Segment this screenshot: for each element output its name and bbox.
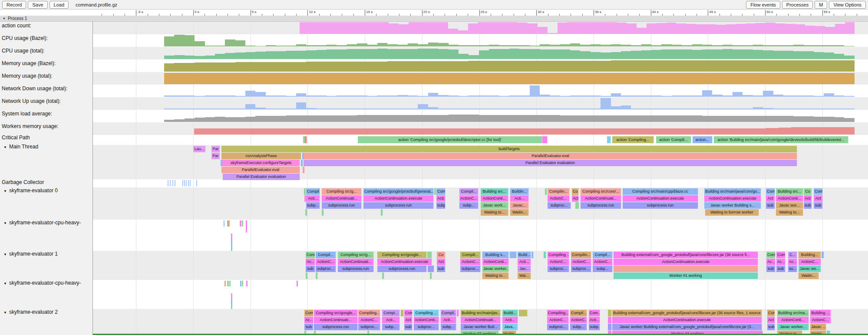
skyframe-evaluator-0-slice[interactable]: Acti... xyxy=(306,195,320,202)
micro-slice[interactable] xyxy=(246,220,247,233)
skyframe-evaluator-2-slice[interactable]: ActionC... xyxy=(570,317,587,323)
slice-sliver[interactable] xyxy=(608,310,612,316)
skyframe-evaluator-0-slice[interactable]: sub xyxy=(804,202,812,209)
skyframe-evaluator-1-slice[interactable]: subproc... xyxy=(571,266,591,272)
skyframe-evaluator-2-slice[interactable]: Javac worker Buil... xyxy=(461,324,501,330)
track-label-skyframe-evaluator-cpu-heavy[interactable]: ▼skyframe-evaluator-cpu-heavy- xyxy=(2,220,81,226)
skyframe-evaluator-2-slice[interactable]: subp... xyxy=(382,324,400,330)
skyframe-evaluator-1-slice[interactable]: Com xyxy=(776,252,785,258)
skyframe-evaluator-0-slice[interactable]: Act xyxy=(766,195,775,202)
skyframe-evaluator-2-slice[interactable]: Buildi... xyxy=(502,310,518,316)
critical-path-slice[interactable]: action... xyxy=(693,136,713,143)
skyframe-evaluator-1-slice[interactable]: ActionC... xyxy=(571,259,591,265)
skyframe-evaluator-1-slice[interactable]: Waitin... xyxy=(799,273,819,279)
slice-sliver[interactable] xyxy=(382,273,384,279)
skyframe-evaluator-2-slice[interactable]: Building ... xyxy=(810,310,831,316)
micro-slice[interactable] xyxy=(231,239,232,245)
skyframe-evaluator-2-slice[interactable]: sub xyxy=(304,324,314,330)
gc-event-tick[interactable] xyxy=(196,180,197,186)
slice-sliver[interactable] xyxy=(427,252,432,258)
skyframe-evaluator-1-slice[interactable]: Compil... xyxy=(593,252,613,258)
track-label-skyframe-evaluator-0[interactable]: ▼skyframe-evaluator 0 xyxy=(2,187,58,194)
skyframe-evaluator-2-slice[interactable]: Compil... xyxy=(570,310,587,316)
skyframe-evaluator-2-slice[interactable]: ActionContinuati... xyxy=(314,317,358,323)
skyframe-evaluator-1-slice[interactable]: Compili... xyxy=(460,252,481,258)
slice-sliver[interactable] xyxy=(457,310,459,316)
gc-event-tick[interactable] xyxy=(182,180,183,186)
track-label-skyframe-evaluator-2[interactable]: ▼skyframe-evaluator 2 xyxy=(2,309,58,315)
skyframe-evaluator-2-slice[interactable]: Acti... xyxy=(589,317,600,323)
skyframe-evaluator-2-slice[interactable]: subp... xyxy=(441,324,456,330)
skyframe-evaluator-1-slice[interactable]: ActionC... xyxy=(593,259,613,265)
slice-sliver[interactable] xyxy=(608,324,612,330)
skyframe-evaluator-0-slice[interactable]: Act xyxy=(804,195,812,202)
skyframe-evaluator-2-slice[interactable]: subproc... xyxy=(414,324,439,330)
skyframe-evaluator-1-slice[interactable]: Ac... xyxy=(776,259,785,265)
skyframe-evaluator-1-slice[interactable]: Building... xyxy=(799,252,821,258)
m-button[interactable]: M xyxy=(815,1,827,9)
process-header[interactable]: ▼ Process 1 xyxy=(0,16,868,22)
slice-sliver[interactable] xyxy=(322,209,324,216)
skyframe-evaluator-1-slice[interactable]: sub xyxy=(437,266,446,272)
micro-slice[interactable] xyxy=(240,281,241,286)
micro-slice[interactable] xyxy=(231,233,232,239)
skyframe-evaluator-1-slice[interactable]: subproc... xyxy=(460,266,481,272)
micro-slice[interactable] xyxy=(227,220,230,227)
skyframe-evaluator-1-slice[interactable]: sub xyxy=(776,266,785,272)
skyframe-evaluator-1-slice[interactable]: Co xyxy=(437,252,446,258)
skyframe-evaluator-2-slice[interactable]: Act xyxy=(767,317,775,323)
skyframe-evaluator-1-slice[interactable]: ActionContinuation.execute xyxy=(377,259,432,265)
gc-event-tick[interactable] xyxy=(175,180,175,186)
skyframe-evaluator-2-slice[interactable]: subp... xyxy=(570,324,587,330)
slice-sliver[interactable] xyxy=(608,317,612,323)
skyframe-evaluator-0-slice[interactable]: ActionContinuati... xyxy=(322,195,362,202)
skyframe-evaluator-2-slice[interactable]: subp... xyxy=(589,324,600,330)
skyframe-evaluator-0-slice[interactable]: Building src... xyxy=(481,188,508,195)
skyframe-evaluator-2-slice[interactable]: Compiling... xyxy=(358,310,380,316)
skyframe-evaluator-0-slice[interactable]: Buildin... xyxy=(510,188,529,195)
skyframe-evaluator-2-slice[interactable]: Acti... xyxy=(502,317,518,323)
skyframe-evaluator-0-slice[interactable]: subprocess.run xyxy=(322,202,362,209)
skyframe-evaluator-0-slice[interactable]: Compilin... xyxy=(548,188,570,195)
skyframe-evaluator-1-slice[interactable]: ActionC... xyxy=(316,259,336,265)
micro-slice[interactable] xyxy=(240,220,241,227)
skyframe-evaluator-1-slice[interactable]: subproc... xyxy=(548,266,569,272)
gc-event-tick[interactable] xyxy=(188,180,189,186)
skyframe-evaluator-0-slice[interactable]: Com xyxy=(814,188,823,195)
skyframe-evaluator-1-slice[interactable]: ActionC... xyxy=(799,259,821,265)
skyframe-evaluator-2-slice[interactable]: ActionC... xyxy=(358,317,380,323)
skyframe-evaluator-2-slice[interactable]: ActionContinuation.execute xyxy=(612,317,762,323)
track-label-main-thread[interactable]: ▼Main Thread xyxy=(2,144,38,150)
skyframe-evaluator-2-slice[interactable]: Compi... xyxy=(382,310,400,316)
skyframe-evaluator-1-slice[interactable]: subprocess.run xyxy=(338,266,374,272)
main-thread-slice[interactable]: Parallel Evaluator evaluation xyxy=(223,174,300,180)
micro-slice[interactable] xyxy=(231,304,232,309)
slice-sliver[interactable] xyxy=(428,266,434,272)
skyframe-evaluator-2-slice[interactable]: Acti... xyxy=(382,317,400,323)
skyframe-evaluator-0-slice[interactable]: Compiling src/main/cpp/blaze.cc xyxy=(623,188,698,195)
skyframe-evaluator-2-slice[interactable]: sub xyxy=(404,324,413,330)
skyframe-evaluator-1-slice[interactable]: Wai... xyxy=(518,273,531,279)
skyframe-evaluator-2-slice[interactable]: Com xyxy=(767,310,775,316)
skyframe-evaluator-1-slice[interactable]: ActionContinuati... xyxy=(338,259,374,265)
main-thread-slice[interactable]: Par xyxy=(211,153,220,159)
skyframe-evaluator-0-slice[interactable]: Javac worker Building s... xyxy=(704,202,761,209)
main-thread-slice[interactable]: Parallel Evaluator evaluation xyxy=(304,160,797,166)
skyframe-evaluator-0-slice[interactable]: Javac... xyxy=(510,202,529,209)
skyframe-evaluator-1-slice[interactable]: Building external/com_google_protobuf/ja… xyxy=(614,252,758,258)
micro-slice[interactable] xyxy=(229,281,231,286)
slice-sliver[interactable] xyxy=(607,136,611,143)
gc-event-tick[interactable] xyxy=(172,180,173,186)
skyframe-evaluator-0-slice[interactable]: subprocess.run xyxy=(581,202,621,209)
skyframe-evaluator-0-slice[interactable]: subprocess.run xyxy=(363,202,434,209)
skyframe-evaluator-1-slice[interactable]: Waiting to... xyxy=(482,273,509,279)
skyframe-evaluator-1-slice[interactable]: Build... xyxy=(518,252,531,258)
skyframe-evaluator-0-slice[interactable]: Building src/main/java/com/go... xyxy=(704,188,761,195)
skyframe-evaluator-2-slice[interactable]: Compil... xyxy=(441,310,456,316)
skyframe-evaluator-0-slice[interactable]: Act xyxy=(814,195,823,202)
skyframe-evaluator-0-slice[interactable]: Compiling src/g... xyxy=(322,188,362,195)
skyframe-evaluator-2-slice[interactable]: subprocess.run xyxy=(314,324,358,330)
skyframe-evaluator-0-slice[interactable]: ActionContinuati... xyxy=(581,195,621,202)
skyframe-evaluator-2-slice[interactable]: ActionConti... xyxy=(414,317,439,323)
skyframe-evaluator-1-slice[interactable]: ActionC... xyxy=(460,259,481,265)
